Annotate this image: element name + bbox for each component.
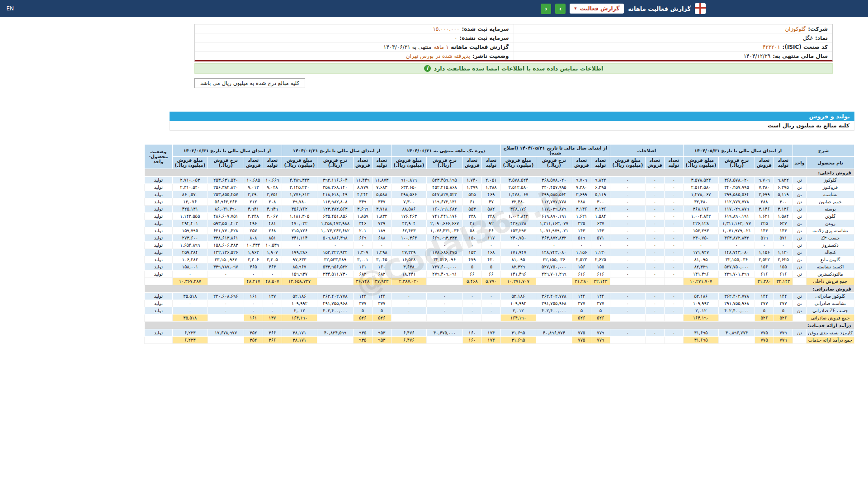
signed-banner-text: اطلاعات نمایش داده شده با اطلاعات امضا ش… — [434, 65, 604, 72]
section-header: تولید و فروش — [170, 112, 854, 121]
cell: ۵۴۷,۸۲۷,۵۲۳ — [426, 191, 462, 198]
cell: ۵ — [353, 307, 372, 314]
cell: ۱۷۴ — [481, 337, 500, 344]
header-cell: از ابتدای سال مالی تا تاریخ ۱۴۰۳/۰۶/۳۱ — [172, 145, 282, 157]
cell: ۹۵۳ — [372, 337, 391, 344]
status-cell: تولید — [144, 220, 172, 227]
cell: ۴۰,۸۲۴,۵۹۹ — [317, 329, 353, 337]
cell: ۵۲,۱۸۶ — [282, 293, 317, 300]
cell: ۵۲,۱۸۶ — [500, 293, 536, 300]
cell: ۰ — [718, 242, 755, 249]
cell: ۹,۷۰۹ — [755, 177, 774, 184]
cell: ۴۷ — [481, 198, 500, 206]
product-name-cell: نشاسته پری ژلاتینه — [807, 227, 854, 235]
cell: ۱۵۸,۶۰۶,۳۸۳ — [208, 242, 244, 249]
cell: ۵۲۶ — [755, 314, 774, 322]
cell: ۱۵۲,۲۴۲,۹۳۴ — [317, 249, 353, 256]
cell: ۲۰۸ — [263, 198, 282, 206]
cell: ۵,۴۶۸ — [462, 278, 481, 285]
cell: ۶۳۲,۶۵۰ — [391, 184, 426, 191]
cell — [317, 337, 353, 344]
cell: ۹۱۰,۸۱۹ — [391, 177, 426, 184]
cell: ۱۰,۵۳۹ — [263, 242, 282, 249]
cell: ۳,۵۷۸,۵۲۴ — [683, 177, 718, 184]
cell: ۴۶ — [481, 227, 500, 235]
cell: ۳۶۲,۴۰۲,۷۷۸ — [536, 293, 572, 300]
cell: ۴۲۰ — [481, 256, 500, 263]
cell: ۱,۰۷۳,۲۶۳,۶۸۲ — [317, 227, 353, 235]
cell: ۱,۷۴۰ — [462, 177, 481, 184]
cell: ۱۴۳ — [572, 227, 591, 235]
cell: ۳۰۰ — [591, 198, 610, 206]
cell: ۱۴۱,۴۹۶ — [683, 271, 718, 278]
header-cell: تعداد تولید — [263, 157, 282, 169]
section-row: درآمد ارائه خدمات: — [144, 322, 854, 329]
cell: ۱,۳۱۱,۱۶۳,۰۷۷ — [536, 220, 572, 227]
cell — [664, 314, 683, 322]
cell: ۲,۰۶۷ — [263, 213, 282, 220]
cell: ۵ — [755, 307, 774, 314]
cell: ۱۳۷ — [263, 293, 282, 300]
table-row: کارمزد بسته بندی روغنتن۷۷۹۷۷۵۴۰,۸۹۶,۷۷۴۳… — [144, 329, 854, 337]
next-report-button[interactable]: › — [555, 4, 566, 14]
cell: ۱۶۸ — [481, 249, 500, 256]
cell: ۰ — [664, 256, 683, 263]
unit-cell: تن — [793, 249, 806, 256]
cell: ۱۷۱,۹۴۷ — [500, 249, 536, 256]
cell: ۳۰۰ — [774, 198, 793, 206]
cell: ۵,۱۱۹ — [774, 191, 793, 198]
cell: ۱۰۰,۳۶۴ — [391, 235, 426, 242]
chevron-down-icon: ▼ — [574, 7, 576, 10]
table-row: گلوتنتن۱,۵۸۴۱,۶۲۱۶۱۹,۸۹۰,۱۹۱۱,۰۰۴,۸۴۲۰۰۰… — [144, 213, 854, 220]
cell: ۱۶,۵۳۸ — [391, 256, 426, 263]
cell: ۱۰,۲۷۱,۷۰۷ — [683, 278, 718, 285]
cell: ۹۳۵ — [353, 329, 372, 337]
info-label: گزارش فعالیت ماهانه — [451, 44, 509, 50]
cell: ۲,۰۱۲ — [282, 307, 317, 314]
cell: ۱۴۴ — [572, 293, 591, 300]
cell: ۲۴۰,۷۵۰ — [500, 235, 536, 242]
cell: ۰ — [664, 220, 683, 227]
cell: ۰ — [664, 184, 683, 191]
header-cell: تعداد فروش — [244, 157, 263, 169]
cell: ۳۴۰,۴۵۷,۹۹۵ — [718, 184, 755, 191]
unit-cell: تن — [793, 198, 806, 206]
cell: ۷,۶۸۳ — [372, 184, 391, 191]
unit-cell — [793, 314, 806, 322]
info-label: سال مالی منتهی به: — [773, 53, 828, 59]
content: شرکت:گلوکوزانسرمایه ثبت شده:۱۵,۰۰۰,۰۰۰نم… — [156, 24, 868, 344]
cell: ۰ — [610, 206, 645, 213]
cell: ۵۹۳,۵۵۰,۴۰۳ — [208, 220, 244, 227]
cell: ۴۷۹ — [462, 256, 481, 263]
cell: ۰ — [610, 329, 645, 337]
header-cell: نرخ فروش (ریال) — [718, 157, 755, 169]
cell: ۳۶۶ — [263, 329, 282, 337]
cell — [426, 337, 462, 344]
section-label: فروش داخلی: — [144, 169, 854, 177]
language-toggle[interactable]: EN — [6, 5, 14, 12]
report-type-dropdown[interactable]: گزارش فعالیت ▼ — [570, 4, 624, 14]
prev-report-button[interactable]: ‹ — [541, 4, 551, 14]
cell: ۳,۵۷۸,۵۲۴ — [500, 177, 536, 184]
cell: ۱,۰۷۶,۴۳۱,۰۳۴ — [426, 227, 462, 235]
cell: ۱,۴۷۸,۰۶۷ — [683, 191, 718, 198]
cell: ۵,۱۱۹ — [591, 191, 610, 198]
cell: ۳۹۹,۵۸۵,۵۶۴ — [718, 191, 755, 198]
info-value[interactable]: گلوکوزان — [785, 26, 806, 32]
signed-info-banner: اطلاعات نمایش داده شده با اطلاعات امضا ش… — [194, 63, 833, 74]
cell — [317, 314, 353, 322]
header-cell: از ابتدای سال مالی تا تاریخ ۱۴۰۴/۰۵/۳۱ — [683, 145, 793, 157]
cell: ۳۲,۵۳۳,۴۸۹ — [317, 256, 353, 263]
production-sales-section: تولید و فروش کلیه مبالغ به میلیون ریال ا… — [170, 112, 854, 344]
cell: ۱,۹۶۳ — [244, 249, 263, 256]
cell: ۱۵۵ — [591, 263, 610, 271]
cell: ۰ — [645, 184, 664, 191]
cell: ۱۲,۰۷۶ — [172, 198, 208, 206]
cell: ۱۰,۲۷۱,۷۰۷ — [500, 278, 536, 285]
cell: ۱,۳۱۱,۱۶۳,۰۷۷ — [718, 220, 755, 227]
unit-cell: تن — [793, 220, 806, 227]
cell: ۰ — [462, 293, 481, 300]
table-row: اکسید نشاستهتن۱۵۵۱۵۶۵۲۷,۷۵۰,۰۰۰۸۲,۳۲۹۰۰۰… — [144, 263, 854, 271]
status-cell: تولید — [144, 242, 172, 249]
cell: ۸۱,۰۹۵ — [500, 256, 536, 263]
